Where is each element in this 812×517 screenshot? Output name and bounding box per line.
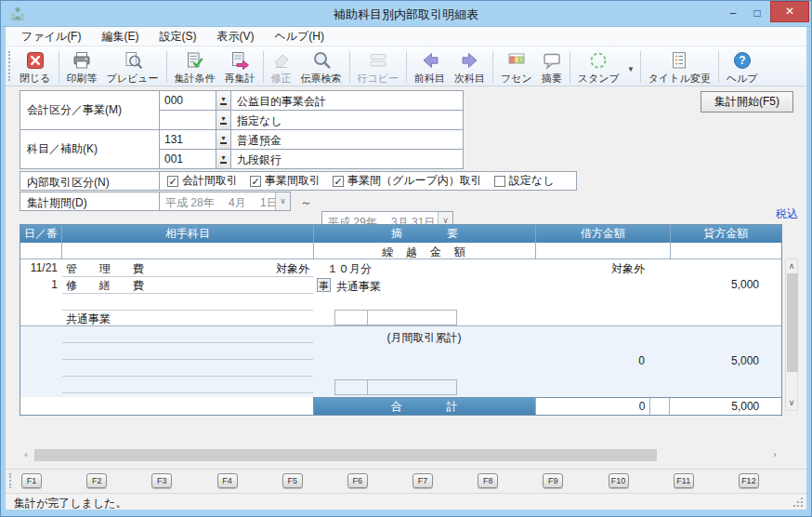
stamp-button[interactable]: スタンプ: [573, 49, 624, 86]
start-aggregation-button[interactable]: 集計開始(F5): [701, 91, 793, 113]
stamp-circle-icon: [588, 50, 609, 71]
business-badge: 事: [317, 278, 331, 292]
minimize-button[interactable]: –: [722, 5, 744, 21]
horizontal-scrollbar-thumb[interactable]: [34, 449, 657, 461]
vertical-scrollbar-thumb[interactable]: [787, 273, 798, 372]
memo-subcell-2: [367, 310, 457, 325]
entry-date: 11/21: [20, 261, 58, 274]
business-combo-button[interactable]: ▼: [216, 110, 231, 130]
monthly-total-label: (月間取引累計): [313, 330, 535, 346]
eraser-icon: [271, 50, 292, 71]
tax-included-link[interactable]: 税込: [1, 206, 798, 222]
recalculate-button[interactable]: 再集計: [220, 49, 260, 86]
fkey-f1[interactable]: F1: [21, 473, 42, 488]
checkbox-group[interactable]: ✓事業間（グループ内）取引: [333, 173, 482, 189]
account-division-code-input[interactable]: 000: [159, 90, 216, 111]
scroll-down-icon[interactable]: ∨: [786, 397, 797, 409]
col-header-date: 日／番: [20, 225, 61, 243]
row-copy-icon: [368, 50, 388, 71]
close-button[interactable]: ✕: [770, 1, 809, 22]
checkbox-business[interactable]: ✓事業間取引: [250, 173, 321, 189]
checkbox-icon: [494, 176, 505, 187]
memo-subcell-1: [334, 310, 368, 325]
memo-line1: １０月分: [327, 261, 372, 277]
vertical-scrollbar[interactable]: ∧ ∨: [785, 258, 798, 411]
internal-division-options: ✓会計間取引 ✓事業間取引 ✓事業間（グループ内）取引 設定なし: [159, 171, 577, 191]
fkey-f3[interactable]: F3: [151, 473, 172, 488]
fkey-f11[interactable]: F11: [674, 473, 694, 488]
fkey-f9[interactable]: F9: [543, 473, 563, 488]
credit-amount: 5,000: [672, 278, 759, 291]
col-header-memo: 摘 要: [313, 225, 535, 243]
print-button[interactable]: 印刷等: [62, 49, 102, 86]
memo-subcell-1: [334, 379, 368, 395]
partner-line4: 共通事業: [66, 312, 111, 327]
conditions-check-doc-icon: [185, 50, 205, 71]
arrow-right-icon: [460, 50, 480, 71]
scroll-up-icon[interactable]: ∧: [786, 260, 797, 272]
menu-help[interactable]: ヘルプ(H): [264, 27, 334, 46]
next-subject-button[interactable]: 次科目: [450, 49, 490, 86]
menu-view[interactable]: 表示(V): [206, 27, 264, 46]
transaction-row[interactable]: 11/21 1 管 理 費 対象外 修 繕 費 共通事業 １０月分 事 共通事業…: [20, 259, 781, 326]
toolbar: 閉じる 印刷等 プレビュー 集計条件 再集計 修正 伝票検索: [6, 46, 806, 86]
help-button[interactable]: ? ヘルプ: [722, 49, 763, 86]
scroll-right-icon[interactable]: ›: [768, 448, 781, 462]
recalculate-arrow-doc-icon: [229, 50, 250, 71]
title-change-button[interactable]: タイトル変更: [644, 49, 715, 86]
aggregate-conditions-button[interactable]: 集計条件: [170, 49, 220, 86]
fusen-button[interactable]: フセン: [496, 49, 537, 86]
subject-combo-button[interactable]: ▼: [216, 129, 231, 150]
fkey-f2[interactable]: F2: [86, 473, 107, 488]
subject-code-input[interactable]: 131: [159, 129, 216, 150]
sub-account-code-input[interactable]: 001: [159, 149, 216, 169]
close-x-icon: [25, 50, 46, 71]
resize-grip[interactable]: [793, 497, 803, 507]
previous-subject-button[interactable]: 前科目: [410, 49, 450, 86]
fkey-f6[interactable]: F6: [347, 473, 368, 488]
menu-file[interactable]: ファイル(F): [11, 27, 91, 46]
account-division-label: 会計区分／事業(M): [20, 90, 160, 130]
account-division-name: 公益目的事業会計: [230, 90, 464, 111]
col-header-debit: 借方金額: [535, 225, 670, 243]
printer-icon: [72, 50, 92, 71]
stamp-dropdown-arrow[interactable]: ▼: [624, 65, 637, 73]
memo-button[interactable]: 摘要: [537, 49, 567, 86]
entry-number: 1: [20, 278, 58, 291]
grand-total-credit: 5,000: [672, 400, 759, 413]
fkey-f8[interactable]: F8: [478, 473, 498, 488]
fkey-f4[interactable]: F4: [217, 473, 238, 488]
sub-account-combo-button[interactable]: ▼: [216, 149, 231, 169]
slip-search-button[interactable]: 伝票検索: [296, 49, 347, 86]
scroll-left-icon[interactable]: ‹: [20, 448, 33, 462]
business-code-input[interactable]: [159, 110, 216, 130]
fkey-f10[interactable]: F10: [609, 473, 629, 488]
fkey-f12[interactable]: F12: [739, 473, 759, 488]
modify-button: 修正: [267, 49, 296, 86]
preview-button[interactable]: プレビュー: [102, 49, 164, 86]
maximize-button[interactable]: □: [746, 5, 768, 21]
checkbox-none[interactable]: 設定なし: [494, 173, 555, 189]
menu-settings[interactable]: 設定(S): [149, 27, 206, 46]
close-view-button[interactable]: 閉じる: [15, 49, 56, 86]
fkey-bar-grip[interactable]: [9, 473, 12, 488]
title-bar: 補助科目別内部取引明細表 – □ ✕: [1, 1, 811, 27]
carryover-row: 繰 越 金 額: [20, 243, 781, 259]
status-message: 集計が完了しました。: [14, 496, 126, 511]
window-title: 補助科目別内部取引明細表: [1, 7, 811, 23]
monthly-summary-block: (月間取引累計) 0 5,000: [20, 326, 781, 397]
menu-edit[interactable]: 編集(E): [91, 27, 149, 46]
row-copy-button: 行コピー: [353, 49, 404, 86]
fkey-f5[interactable]: F5: [282, 473, 303, 488]
sticky-tabs-icon: [506, 50, 527, 71]
speech-bubble-icon: [542, 50, 562, 71]
function-key-bar: F1 F2 F3 F4 F5 F6 F7 F8 F9 F10 F11 F12: [21, 473, 759, 490]
fkey-f7[interactable]: F7: [413, 473, 433, 488]
grand-total-debit: 0: [538, 400, 646, 413]
account-division-combo-button[interactable]: ▼: [216, 90, 231, 111]
toolbar-grip[interactable]: [8, 51, 12, 81]
business-name: 指定なし: [230, 110, 464, 130]
checkbox-accounting[interactable]: ✓会計間取引: [167, 173, 238, 189]
col-header-credit: 貸方金額: [670, 225, 781, 243]
help-icon: ?: [732, 50, 753, 71]
